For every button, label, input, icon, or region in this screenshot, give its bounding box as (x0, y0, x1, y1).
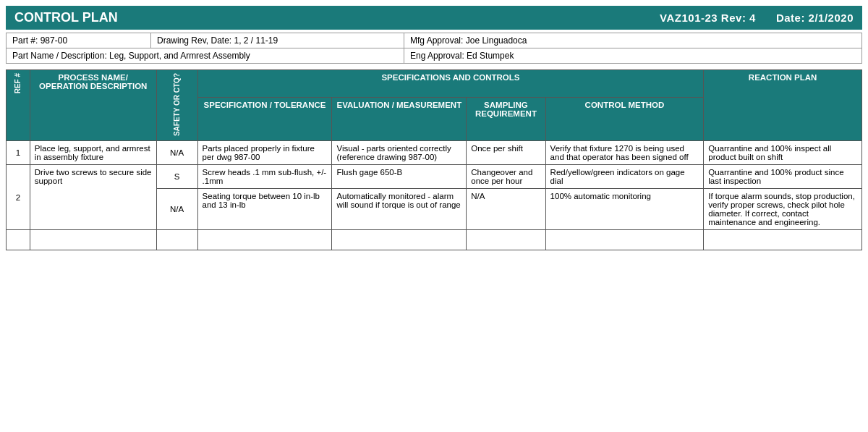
eng-approval: Eng Approval: Ed Stumpek (404, 48, 862, 64)
control-plan-table: REF # PROCESS NAME/ OPERATION DESCRIPTIO… (6, 69, 862, 250)
col-header-eval-meas: EVALUATION / MEASUREMENT (332, 98, 467, 141)
mfg-approval: Mfg Approval: Joe Linguadoca (404, 33, 862, 48)
safety-2a: S (156, 165, 197, 189)
table-row: 2 Drive two screws to secure side suppor… (7, 165, 862, 189)
safety-1: N/A (156, 141, 197, 165)
part-number: Part #: 987-00 (7, 33, 151, 48)
col-header-ctrl-method: CONTROL METHOD (545, 98, 704, 141)
spec-tol-1: Parts placed properly in fixture per dwg… (197, 141, 332, 165)
safety-2b: N/A (156, 189, 197, 230)
ctrl-method-2a: Red/yellow/green indicators on gage dial (545, 165, 704, 189)
reaction-1: Quarrantine and 100% inspect all product… (704, 141, 862, 165)
eval-meas-2a: Flush gage 650-B (332, 165, 467, 189)
page: CONTROL PLAN VAZ101-23 Rev: 4 Date: 2/1/… (0, 0, 868, 432)
header-meta: VAZ101-23 Rev: 4 Date: 2/1/2020 (660, 12, 854, 24)
table-row: 1 Place leg, support, and armrest in ass… (7, 141, 862, 165)
spec-tol-2b: Seating torque between 10 in-lb and 13 i… (197, 189, 332, 230)
info-table: Part #: 987-00 Drawing Rev, Date: 1, 2 /… (6, 33, 862, 64)
header: CONTROL PLAN VAZ101-23 Rev: 4 Date: 2/1/… (6, 6, 862, 30)
col-header-samp-req: SAMPLING REQUIREMENT (467, 98, 545, 141)
samp-req-1: Once per shift (467, 141, 545, 165)
drawing-rev: Drawing Rev, Date: 1, 2 / 11-19 (151, 33, 404, 48)
samp-req-2a: Changeover and once per hour (467, 165, 545, 189)
ctrl-method-1: Verify that fixture 1270 is being used a… (545, 141, 704, 165)
process-2: Drive two screws to secure side support (30, 165, 156, 230)
reaction-2b: If torque alarm sounds, stop production,… (704, 189, 862, 230)
col-header-specs-group: SPECIFICATIONS AND CONTROLS (197, 70, 704, 98)
col-header-spec-tol: SPECIFICATION / TOLERANCE (197, 98, 332, 141)
reaction-2a: Quarrantine and 100% product since last … (704, 165, 862, 189)
col-header-safety: SAFETY OR CTQ? (156, 70, 197, 141)
eval-meas-1: Visual - parts oriented correctly (refer… (332, 141, 467, 165)
samp-req-2b: N/A (467, 189, 545, 230)
col-header-reaction: REACTION PLAN (704, 70, 862, 141)
part-name: Part Name / Description: Leg, Support, a… (7, 48, 404, 64)
page-title: CONTROL PLAN (14, 10, 660, 25)
process-1: Place leg, support, and armrest in assem… (30, 141, 156, 165)
ref-1: 1 (7, 141, 30, 165)
spec-tol-2a: Screw heads .1 mm sub-flush, +/- .1mm (197, 165, 332, 189)
table-row-empty (7, 230, 862, 250)
col-header-ref: REF # (7, 70, 30, 141)
eval-meas-2b: Automatically monitored - alarm will sou… (332, 189, 467, 230)
ref-2: 2 (7, 165, 30, 230)
ctrl-method-2b: 100% automatic monitoring (545, 189, 704, 230)
col-header-proc: PROCESS NAME/ OPERATION DESCRIPTION (30, 70, 156, 141)
